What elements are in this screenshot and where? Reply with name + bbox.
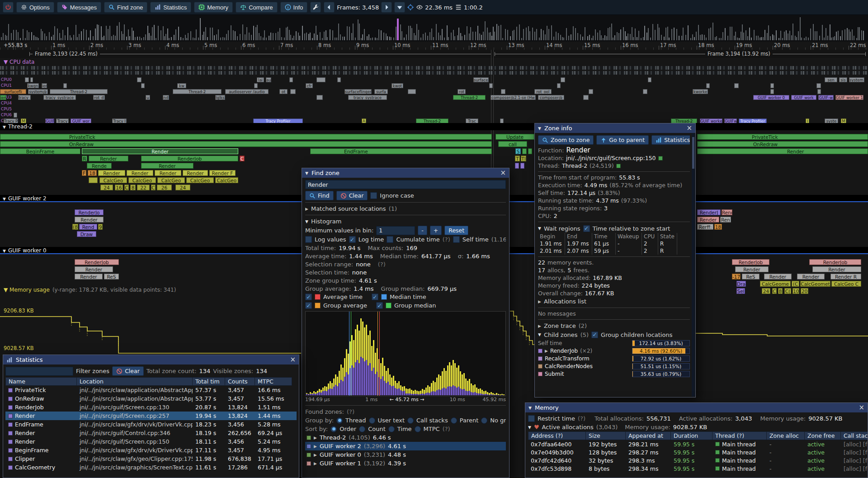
statistics-titlebar[interactable]: Statistics × bbox=[3, 355, 299, 364]
timeline-zone[interactable]: 18 bbox=[714, 224, 722, 230]
timeline-zone[interactable]: Dra bbox=[736, 281, 746, 287]
cpu-zone[interactable]: surfacefli bbox=[0, 89, 26, 94]
min-bin-increase-button[interactable]: + bbox=[430, 226, 442, 235]
cpu-zone[interactable]: tracy_systrace bbox=[348, 95, 387, 100]
column-header-size[interactable]: Size bbox=[586, 431, 626, 440]
scrollbar[interactable] bbox=[692, 133, 695, 397]
statistics-row[interactable]: EndFramejni/../jni/src/claw/gfx/drv/vk/D… bbox=[5, 420, 297, 429]
cpu-zone[interactable] bbox=[316, 95, 323, 100]
timeline-zone[interactable]: RenderJob bbox=[75, 259, 119, 265]
cpu-zone[interactable]: GUIF worker 0 bbox=[753, 95, 789, 100]
min-bin-input[interactable] bbox=[376, 226, 415, 235]
timeline-zone[interactable]: 24 bbox=[100, 185, 113, 190]
memory-table-header[interactable]: Address (?)SizeAppeared atDurationThread… bbox=[528, 431, 865, 440]
cpu-zone[interactable]: GUIF worker 1 bbox=[835, 95, 863, 100]
matched-source-locations-toggle[interactable]: ▶ Matched source locations (1) bbox=[305, 204, 506, 213]
timeline-zone[interactable] bbox=[515, 163, 519, 169]
timeline-zone[interactable]: Render bbox=[155, 170, 181, 176]
timeline-zone[interactable]: 22 bbox=[137, 185, 150, 190]
cpu-zone[interactable]: surface! bbox=[473, 77, 489, 82]
timeline-zone[interactable]: S bbox=[515, 148, 521, 154]
found-zone-group[interactable]: ▶GUIF worker 2(3,296)4.61 s bbox=[305, 442, 506, 450]
info-button[interactable]: Info bbox=[280, 2, 308, 13]
timeline-zone[interactable]: CalcGeo bbox=[128, 177, 156, 183]
cpu-zone[interactable] bbox=[289, 77, 293, 82]
cpu-zone[interactable]: audioserver /audio bbox=[225, 89, 269, 94]
radio-order[interactable] bbox=[330, 426, 337, 432]
wait-regions-toggle[interactable]: ▼ Wait regions Time relative to zone sta… bbox=[538, 224, 690, 233]
cpu-data-header[interactable]: ▼ CPU data bbox=[4, 59, 34, 65]
timeline-zone[interactable] bbox=[522, 148, 527, 154]
cpu-zone[interactable]: au bbox=[266, 77, 271, 82]
timeline-zone[interactable]: 24 bbox=[762, 288, 770, 294]
timeline-zone[interactable]: Render bbox=[127, 170, 153, 176]
timeline-zone[interactable]: 24 bbox=[175, 185, 190, 190]
statistics-row[interactable]: PrivateTickjni/../jni/src/claw/applicati… bbox=[5, 386, 297, 394]
timeline-zone[interactable]: Render bbox=[812, 266, 861, 272]
cpu-zone[interactable] bbox=[408, 89, 416, 94]
options-button[interactable]: Options bbox=[16, 2, 54, 13]
cpu-zone[interactable] bbox=[290, 89, 296, 94]
cpu-zone[interactable] bbox=[254, 83, 258, 88]
timeline-zone[interactable]: Render bbox=[697, 217, 719, 222]
cpu-zone[interactable]: lglks bbox=[215, 95, 225, 100]
timeline-zone[interactable] bbox=[520, 163, 524, 169]
timeline-zone[interactable]: 9 bbox=[98, 224, 103, 230]
timeline-zone[interactable]: Render bbox=[75, 266, 113, 272]
timeline-zone[interactable]: Render F bbox=[209, 170, 236, 176]
zone-trace-toggle[interactable]: ▶ Zone trace (2) bbox=[538, 322, 690, 330]
legend-checkbox[interactable] bbox=[376, 302, 383, 309]
cpu-zone[interactable] bbox=[14, 113, 17, 118]
timeline-zone[interactable]: RenderJ bbox=[697, 209, 721, 215]
cpu-zone[interactable]: kwgn bbox=[27, 83, 39, 88]
timeline-zone[interactable]: Render bbox=[82, 148, 238, 154]
close-icon[interactable]: × bbox=[290, 356, 296, 363]
found-zone-group[interactable]: ▶Thread-2(4,105)6.46 s bbox=[305, 433, 506, 442]
timeline-zone[interactable]: Sel bbox=[736, 288, 745, 294]
cpu-zone[interactable]: surfaceflinger bbox=[344, 89, 372, 94]
timeline-zone[interactable]: CalcGeo bbox=[186, 177, 214, 183]
cpu-zone[interactable] bbox=[557, 83, 561, 88]
log-values-checkbox[interactable] bbox=[305, 236, 312, 243]
radio-call-stacks[interactable] bbox=[407, 417, 414, 424]
timeline-zone[interactable]: CalcGeo bbox=[215, 177, 238, 183]
timeline-zone[interactable]: 8 bbox=[778, 288, 783, 294]
reset-button[interactable]: Reset bbox=[444, 226, 468, 235]
active-allocations-toggle[interactable]: ▼ ♥ Active allocations (3,043) Memory us… bbox=[528, 423, 865, 431]
timeline-zone[interactable]: 26 bbox=[157, 185, 172, 190]
timeline-zone[interactable]: Render bbox=[75, 274, 103, 279]
cumulate-time-checkbox[interactable] bbox=[387, 236, 393, 243]
radio-user-text[interactable] bbox=[369, 417, 375, 424]
statistics-row[interactable]: CalcGeometryjni/../jni/src/claw/graphics… bbox=[5, 463, 297, 472]
timeline-zone[interactable]: call bbox=[498, 141, 527, 147]
cpu-zone[interactable] bbox=[643, 89, 647, 94]
frame-label-right[interactable]: Frame 3,194 (13.92 ms) bbox=[705, 51, 773, 57]
memory-titlebar[interactable]: ▼ Memory × bbox=[525, 403, 868, 412]
cpu-zone[interactable]: ier bbox=[42, 83, 47, 88]
timeline-zone[interactable]: Draw bbox=[77, 231, 96, 237]
allocations-list-toggle[interactable]: ▶ Allocations list bbox=[538, 297, 690, 306]
timeline-zone[interactable]: Render bbox=[89, 156, 128, 161]
cpu-zone[interactable] bbox=[770, 89, 774, 94]
cpu-zone[interactable]: tracy_syn bbox=[18, 95, 31, 100]
timeline-zone[interactable]: (C bbox=[792, 281, 799, 287]
timeline-zone[interactable]: 16 bbox=[115, 185, 123, 190]
cpu-zone[interactable]: rot_d bbox=[93, 95, 105, 100]
column-header-location[interactable]: Location bbox=[77, 377, 193, 386]
cpu-zone[interactable]: GUIF-w bbox=[818, 95, 834, 100]
time-relative-checkbox[interactable] bbox=[583, 225, 590, 232]
prev-frame-button[interactable] bbox=[324, 2, 335, 13]
frame-label-left[interactable]: Frame 3,193 (22.45 ms) bbox=[33, 51, 100, 57]
thread-header-thread-2[interactable]: ▼Thread-2 bbox=[0, 123, 868, 130]
found-zone-group[interactable]: ▶GUIF worker 0(3,231)4.48 s bbox=[305, 450, 506, 459]
allocation-row[interactable]: 0x7dfaa64e00192 bytes298.21 ms59.95 sMai… bbox=[528, 440, 865, 448]
statistics-button[interactable]: Statistics bbox=[150, 2, 191, 13]
column-header-callstack[interactable]: Call stack bbox=[841, 431, 868, 440]
log-time-checkbox[interactable] bbox=[349, 236, 356, 243]
timeline-zone[interactable]: CalcGeo bbox=[157, 177, 185, 183]
current-frame-marker[interactable] bbox=[397, 19, 399, 40]
close-icon[interactable]: × bbox=[859, 404, 864, 411]
cpu-zone[interactable]: cfr bbox=[306, 83, 313, 88]
timeline-zone[interactable]: 10 bbox=[793, 288, 799, 294]
group-children-checkbox[interactable] bbox=[591, 331, 598, 338]
